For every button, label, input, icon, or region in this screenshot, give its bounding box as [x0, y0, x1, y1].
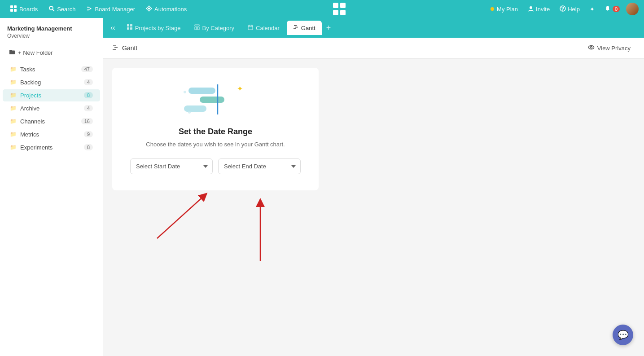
- sidebar-item-experiments[interactable]: 📁 Experiments 8: [3, 141, 100, 154]
- new-folder-button[interactable]: + New Folder: [4, 46, 98, 59]
- svg-point-6: [88, 6, 89, 8]
- svg-rect-11: [333, 3, 338, 8]
- search-icon: [48, 5, 55, 13]
- sidebar-item-count-projects: 8: [84, 92, 93, 98]
- notifications-badge: 0: [613, 6, 620, 12]
- svg-rect-13: [333, 10, 338, 15]
- my-plan-item[interactable]: My Plan: [487, 4, 521, 14]
- svg-rect-14: [340, 10, 346, 15]
- sidebar-item-tasks[interactable]: 📁 Tasks 47: [3, 63, 100, 75]
- svg-point-8: [90, 8, 92, 9]
- collapse-sidebar-button[interactable]: ‹‹: [107, 21, 119, 35]
- board-manager-label: Board Manager: [95, 6, 135, 13]
- svg-point-7: [88, 9, 89, 10]
- add-tab-button[interactable]: +: [323, 22, 335, 35]
- content-header: Gantt View Privacy: [103, 38, 644, 59]
- folder-icon: 📁: [10, 66, 17, 72]
- date-range-card: ✦ Set the Date Range Choose the dates yo…: [112, 68, 319, 190]
- svg-rect-19: [130, 24, 132, 26]
- svg-line-44: [157, 196, 204, 238]
- invite-label: Invite: [536, 6, 550, 13]
- sidebar-item-backlog[interactable]: 📁 Backlog 4: [3, 76, 100, 88]
- chat-button[interactable]: 💬: [613, 325, 633, 345]
- sidebar-item-count-backlog: 4: [84, 79, 93, 85]
- workspace-header: Marketing Management Overview: [0, 22, 103, 44]
- help-icon: [560, 5, 566, 13]
- help-item[interactable]: Help: [556, 4, 583, 15]
- svg-point-42: [188, 111, 191, 114]
- svg-text:✦: ✦: [237, 85, 243, 92]
- board-manager-icon: [86, 5, 92, 13]
- boards-icon: [10, 5, 17, 13]
- sidebar-item-metrics[interactable]: 📁 Metrics 9: [3, 128, 100, 141]
- new-folder-label: + New Folder: [18, 49, 53, 56]
- tab-by-category[interactable]: By Category: [188, 21, 241, 35]
- svg-line-5: [53, 9, 54, 11]
- top-navigation: Boards Search Board Manager Automations: [0, 0, 644, 18]
- set-date-subtitle: Choose the dates you wish to see in your…: [146, 141, 285, 148]
- automations-icon: [146, 5, 152, 13]
- folder-icon-metrics: 📁: [10, 131, 17, 137]
- folder-icon-backlog: 📁: [10, 79, 17, 85]
- tabs-bar: ‹‹ Projects by Stage By Category Calenda…: [103, 18, 644, 38]
- view-privacy-button[interactable]: View Privacy: [583, 42, 635, 54]
- my-plan-label: My Plan: [497, 6, 518, 13]
- sidebar-item-count-experiments: 8: [84, 144, 93, 150]
- chat-icon: 💬: [618, 330, 629, 340]
- sidebar-item-label-projects: Projects: [20, 92, 84, 99]
- svg-rect-0: [10, 5, 13, 8]
- automations-label: Automations: [154, 6, 187, 13]
- eye-icon: [588, 44, 595, 52]
- sidebar-item-channels[interactable]: 📁 Channels 16: [3, 115, 100, 127]
- folder-icon-archive: 📁: [10, 105, 17, 111]
- svg-rect-18: [127, 24, 129, 26]
- svg-point-36: [590, 47, 592, 48]
- bell-icon: [605, 5, 611, 13]
- sidebar-item-archive[interactable]: 📁 Archive 4: [3, 102, 100, 114]
- boards-nav-item[interactable]: Boards: [5, 3, 42, 16]
- view-privacy-label: View Privacy: [597, 45, 631, 52]
- svg-rect-37: [188, 88, 215, 94]
- svg-rect-38: [200, 97, 224, 103]
- sidebar: Marketing Management Overview + New Fold…: [0, 18, 103, 356]
- top-nav-right: My Plan Invite Help ✦ 0: [487, 3, 639, 15]
- svg-rect-1: [14, 5, 17, 8]
- svg-rect-23: [195, 27, 197, 30]
- board-manager-nav-item[interactable]: Board Manager: [82, 3, 140, 15]
- invite-icon: [528, 5, 534, 13]
- sidebar-item-count-metrics: 9: [84, 131, 93, 137]
- start-date-select[interactable]: Select Start Date: [130, 158, 213, 174]
- sidebar-item-label-experiments: Experiments: [20, 144, 84, 151]
- tab-calendar[interactable]: Calendar: [241, 21, 286, 35]
- tab-projects-by-stage-label: Projects by Stage: [135, 25, 181, 31]
- top-nav-left: Boards Search Board Manager Automations: [5, 3, 191, 16]
- date-selectors: Select Start Date Select End Date: [130, 158, 301, 174]
- sidebar-item-label-metrics: Metrics: [20, 131, 84, 138]
- main-layout: Marketing Management Overview + New Fold…: [0, 18, 644, 356]
- tab-gantt[interactable]: Gantt: [287, 21, 322, 35]
- myplan-dot-icon: [491, 7, 494, 11]
- theme-toggle[interactable]: ✦: [586, 4, 598, 14]
- invite-item[interactable]: Invite: [524, 4, 553, 15]
- svg-rect-2: [10, 9, 13, 12]
- sidebar-item-count-tasks: 47: [81, 66, 93, 72]
- svg-point-15: [530, 6, 532, 9]
- svg-point-4: [49, 6, 53, 10]
- sidebar-item-projects[interactable]: 📁 Projects 8: [3, 89, 100, 101]
- user-avatar[interactable]: [626, 3, 639, 15]
- content-title: Gantt: [112, 44, 137, 52]
- search-nav-item[interactable]: Search: [44, 3, 80, 15]
- notifications-item[interactable]: 0: [601, 4, 623, 15]
- calendar-icon: [248, 24, 254, 31]
- content-gantt-icon: [112, 44, 118, 52]
- svg-rect-12: [340, 3, 346, 8]
- svg-point-35: [588, 46, 594, 49]
- end-date-select[interactable]: Select End Date: [218, 158, 301, 174]
- tab-calendar-label: Calendar: [256, 25, 280, 31]
- svg-rect-20: [127, 27, 129, 30]
- svg-point-43: [184, 91, 186, 93]
- gantt-tab-icon: [293, 24, 299, 31]
- tab-projects-by-stage[interactable]: Projects by Stage: [121, 21, 187, 35]
- svg-point-17: [563, 9, 563, 10]
- automations-nav-item[interactable]: Automations: [141, 3, 191, 15]
